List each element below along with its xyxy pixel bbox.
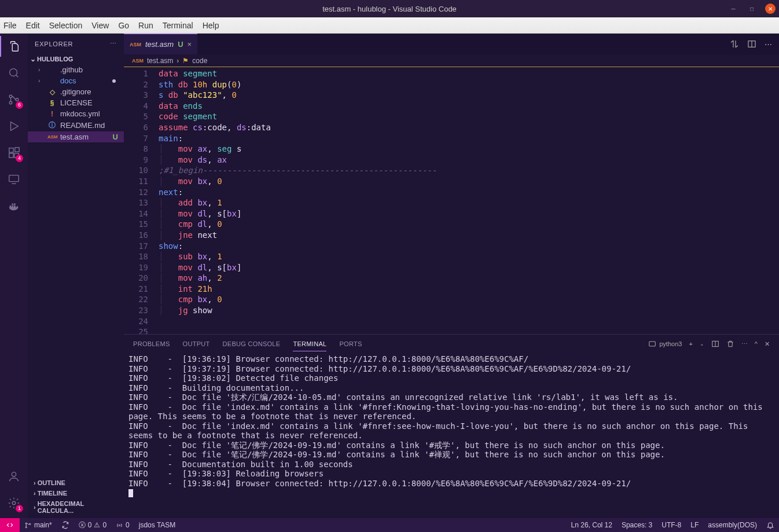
new-terminal-icon[interactable]: + <box>689 340 692 347</box>
tab-problems[interactable]: PROBLEMS <box>133 337 170 351</box>
code-content[interactable]: data segmentsth db 10h dup(0)s db "abc12… <box>159 67 779 334</box>
outline-label: OUTLINE <box>38 479 65 486</box>
tab-output[interactable]: OUTPUT <box>183 337 210 351</box>
search-icon[interactable] <box>6 65 22 81</box>
scm-badge: 6 <box>16 101 23 109</box>
svg-rect-5 <box>9 153 13 157</box>
symbol-icon: ⚑ <box>182 57 189 65</box>
sidebar-more-icon[interactable]: ⋯ <box>110 40 117 47</box>
menu-file[interactable]: File <box>3 21 17 30</box>
encoding[interactable]: UTF-8 <box>657 521 686 529</box>
eol[interactable]: LF <box>686 521 703 529</box>
tree-item--github[interactable]: ›.github <box>28 64 124 75</box>
svg-rect-4 <box>9 148 13 152</box>
svg-point-0 <box>10 69 17 76</box>
close-button[interactable]: ✕ <box>765 3 776 14</box>
minimize-button[interactable]: ─ <box>728 3 738 14</box>
file-icon: ⓘ <box>47 120 57 130</box>
split-terminal-icon[interactable] <box>711 340 719 348</box>
breadcrumb-file: test.asm <box>147 57 173 65</box>
menu-terminal[interactable]: Terminal <box>163 21 193 30</box>
tab-label: test.asm <box>145 40 174 49</box>
close-panel-icon[interactable]: ✕ <box>765 340 770 348</box>
outline-section[interactable]: ›OUTLINE <box>28 478 124 488</box>
sidebar-root[interactable]: ⌄ HULUBLOG <box>28 54 124 64</box>
branch-label: main* <box>34 521 52 529</box>
source-control-icon[interactable]: 6 <box>6 91 22 108</box>
svg-point-10 <box>12 501 16 505</box>
extensions-icon[interactable]: 4 <box>6 145 22 161</box>
ports-status[interactable]: 0 <box>111 521 134 529</box>
docker-icon[interactable] <box>6 198 22 214</box>
item-label: README.md <box>60 121 105 130</box>
file-icon: § <box>47 99 57 107</box>
compare-icon[interactable] <box>730 39 739 49</box>
maximize-button[interactable]: □ <box>747 3 757 14</box>
menu-go[interactable]: Go <box>118 21 129 30</box>
chevron-right-icon: › <box>34 490 36 497</box>
terminal-content[interactable]: INFO - [19:36:19] Browser connected: htt… <box>124 353 779 518</box>
terminal-dropdown-icon[interactable]: ⌄ <box>700 341 704 347</box>
hexcalc-label: HEXADECIMAL CALCULA... <box>38 500 118 514</box>
file-icon: ◇ <box>47 88 57 96</box>
split-editor-icon[interactable] <box>747 39 756 49</box>
git-branch[interactable]: main* <box>20 521 57 529</box>
tab-bar: ASM test.asm U × ⋯ <box>124 34 779 54</box>
menu-run[interactable]: Run <box>138 21 153 30</box>
sync-button[interactable] <box>57 521 74 529</box>
panel: PROBLEMS OUTPUT DEBUG CONSOLE TERMINAL P… <box>124 334 779 518</box>
shell-label: python3 <box>659 340 682 347</box>
tab-close-icon[interactable]: × <box>188 40 192 49</box>
notifications-icon[interactable] <box>762 521 779 529</box>
terminal-shell[interactable]: python3 <box>648 340 682 348</box>
menu-edit[interactable]: Edit <box>26 21 40 30</box>
errors-count: 0 <box>88 521 92 529</box>
kill-terminal-icon[interactable] <box>726 340 734 348</box>
file-icon: ASM <box>130 42 141 47</box>
menubar: File Edit Selection View Go Run Terminal… <box>0 17 779 34</box>
breadcrumb[interactable]: ASM test.asm › ⚑ code <box>124 54 779 67</box>
tab-test-asm[interactable]: ASM test.asm U × <box>124 34 197 54</box>
cursor-position[interactable]: Ln 26, Col 12 <box>567 521 617 529</box>
tree-item-mkdocs-yml[interactable]: !mkdocs.yml <box>28 108 124 119</box>
chevron-right-icon: › <box>34 504 36 511</box>
run-debug-icon[interactable] <box>6 118 22 134</box>
tree-item-LICENSE[interactable]: §LICENSE <box>28 97 124 108</box>
chevron-icon: › <box>38 67 44 73</box>
menu-help[interactable]: Help <box>203 21 219 30</box>
framework-status[interactable]: jsdos TASM <box>134 521 181 529</box>
hexcalc-section[interactable]: ›HEXADECIMAL CALCULA... <box>28 498 124 516</box>
chevron-right-icon: › <box>34 479 36 486</box>
panel-more-icon[interactable]: ⋯ <box>741 340 748 348</box>
remote-indicator[interactable] <box>0 518 20 532</box>
svg-point-3 <box>16 98 19 101</box>
maximize-panel-icon[interactable]: ^ <box>755 340 758 347</box>
language-mode[interactable]: assembly(DOS) <box>703 521 762 529</box>
indentation[interactable]: Spaces: 3 <box>617 521 657 529</box>
timeline-section[interactable]: ›TIMELINE <box>28 488 124 498</box>
remote-explorer-icon[interactable] <box>6 171 22 188</box>
problems-status[interactable]: ⓧ0⚠0 <box>74 520 111 530</box>
svg-point-2 <box>9 101 12 104</box>
tab-ports[interactable]: PORTS <box>339 337 362 351</box>
settings-icon[interactable]: 1 <box>6 495 22 511</box>
menu-selection[interactable]: Selection <box>49 21 83 30</box>
breadcrumb-symbol: code <box>192 57 207 65</box>
status-bar: main* ⓧ0⚠0 0 jsdos TASM Ln 26, Col 12 Sp… <box>0 518 779 532</box>
ext-badge: 4 <box>16 155 23 162</box>
explorer-icon[interactable] <box>6 38 22 54</box>
tab-terminal[interactable]: TERMINAL <box>293 337 326 351</box>
menu-view[interactable]: View <box>91 21 109 30</box>
tab-modified: U <box>178 40 183 49</box>
tree-item-README-md[interactable]: ⓘREADME.md <box>28 119 124 131</box>
tab-debug-console[interactable]: DEBUG CONSOLE <box>223 337 281 351</box>
editor-more-icon[interactable]: ⋯ <box>765 40 772 49</box>
editor[interactable]: 1234567891011121314151617181920212223242… <box>124 67 779 334</box>
item-label: .gitignore <box>60 87 91 96</box>
tree-item-docs[interactable]: ›docs <box>28 75 124 86</box>
accounts-icon[interactable] <box>6 468 22 485</box>
item-label: mkdocs.yml <box>60 109 100 118</box>
svg-rect-7 <box>15 148 19 152</box>
tree-item--gitignore[interactable]: ◇.gitignore <box>28 86 124 97</box>
tree-item-test-asm[interactable]: ASMtest.asmU <box>28 131 124 142</box>
